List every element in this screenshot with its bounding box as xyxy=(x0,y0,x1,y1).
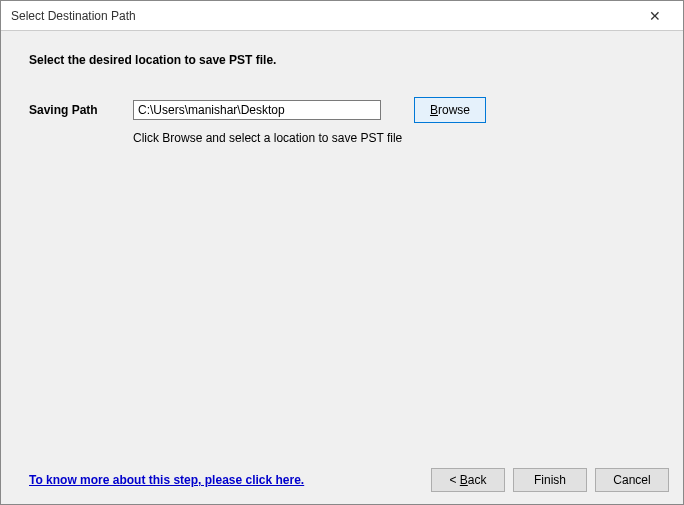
instruction-text: Select the desired location to save PST … xyxy=(29,53,655,67)
back-button[interactable]: < Back xyxy=(431,468,505,492)
help-link[interactable]: To know more about this step, please cli… xyxy=(15,473,304,487)
window-title: Select Destination Path xyxy=(11,9,136,23)
finish-button[interactable]: Finish xyxy=(513,468,587,492)
titlebar: Select Destination Path ✕ xyxy=(1,1,683,31)
browse-button[interactable]: Browse xyxy=(414,97,486,123)
saving-path-input[interactable] xyxy=(133,100,381,120)
saving-path-label: Saving Path xyxy=(29,103,133,117)
saving-path-row: Saving Path Browse xyxy=(29,97,655,123)
footer-buttons: < Back Finish Cancel xyxy=(431,468,669,492)
content-area: Select the desired location to save PST … xyxy=(1,31,683,456)
dialog-window: Select Destination Path ✕ Select the des… xyxy=(0,0,684,505)
cancel-button[interactable]: Cancel xyxy=(595,468,669,492)
footer: To know more about this step, please cli… xyxy=(1,456,683,504)
hint-text: Click Browse and select a location to sa… xyxy=(133,131,655,145)
close-icon[interactable]: ✕ xyxy=(635,2,675,30)
